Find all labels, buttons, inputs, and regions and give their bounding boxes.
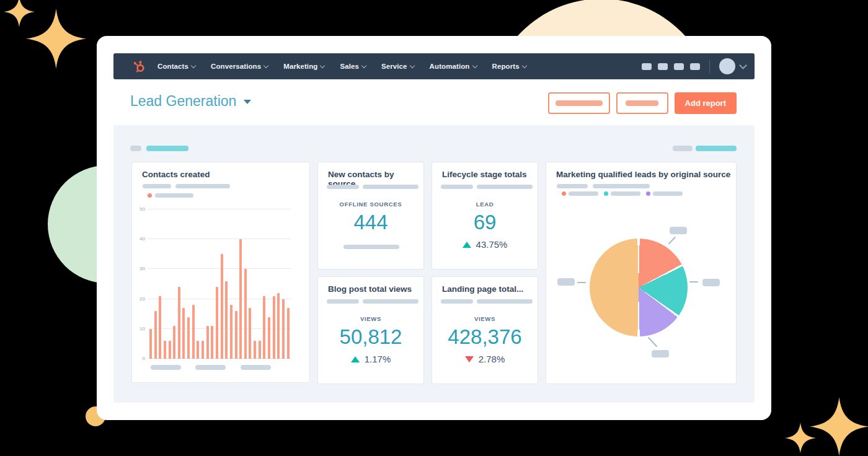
nav-item-label: Marketing (283, 63, 317, 70)
delta: 2.78% (432, 354, 538, 364)
bar (154, 311, 157, 359)
legend-label-placeholder (569, 191, 598, 196)
chevron-down-icon (409, 63, 414, 68)
x-axis-label-placeholder (241, 365, 271, 370)
bar-legend-dot (148, 193, 152, 198)
card-title: Blog post total views (328, 284, 412, 294)
bar (282, 299, 285, 359)
chevron-down-icon (264, 63, 268, 68)
metric-label: VIEWS (318, 315, 423, 322)
caret-down-icon (244, 100, 251, 108)
metric-label: VIEWS (432, 315, 538, 322)
pie-callout-placeholder (670, 227, 687, 234)
sparkle-icon (26, 9, 86, 69)
filter-placeholder (146, 146, 188, 151)
subtitle-placeholder (557, 184, 588, 188)
subtitle-placeholder (441, 299, 473, 304)
nav-item-automation[interactable]: Automation (430, 63, 477, 70)
nav-icon-placeholder[interactable] (658, 63, 668, 70)
delta-value: 1.17% (365, 354, 391, 364)
bar (239, 239, 242, 359)
metric-label: LEAD (432, 201, 538, 208)
card-title: Contacts created (142, 170, 210, 179)
chevron-down-icon (191, 63, 196, 68)
bar (273, 296, 275, 359)
subtitle-placeholder (477, 299, 533, 304)
bar (187, 317, 190, 359)
pie-chart (590, 239, 688, 336)
card-title: Marketing qualified leads by original so… (556, 170, 730, 179)
bar-chart-bars (149, 209, 290, 359)
card-title: Lifecycle stage totals (442, 170, 527, 179)
filter-placeholder (673, 146, 693, 151)
y-tick-label: 50 (140, 206, 145, 212)
subtitle-placeholder (441, 185, 473, 189)
header-buttons: Add report (548, 92, 737, 114)
y-tick-label: 20 (140, 296, 145, 302)
add-report-button[interactable]: Add report (675, 92, 737, 114)
nav-item-sales[interactable]: Sales (340, 63, 366, 70)
avatar[interactable] (719, 58, 735, 74)
pie-callout-placeholder (557, 278, 575, 286)
bar (192, 305, 195, 359)
chevron-down-icon (320, 63, 325, 68)
button-label-placeholder (626, 100, 658, 106)
bar (173, 326, 175, 359)
bar-chart: 01020304050 (148, 209, 291, 359)
nav-item-reports[interactable]: Reports (492, 63, 526, 70)
pie-callout-placeholder (702, 279, 720, 286)
legend-dot (562, 191, 566, 196)
metric-value: 428,376 (432, 325, 538, 349)
nav-divider (709, 59, 710, 73)
bar (221, 254, 223, 359)
nav-menu: ContactsConversationsMarketingSalesServi… (157, 63, 542, 70)
card-contacts-created: Contacts created 01020304050 (131, 162, 310, 383)
nav-item-label: Contacts (157, 63, 188, 70)
nav-item-service[interactable]: Service (381, 63, 414, 70)
subtitle-placeholder (143, 184, 171, 188)
subtitle-placeholder (593, 184, 650, 188)
nav-icon-placeholder[interactable] (690, 63, 700, 70)
subtitle-placeholder (327, 299, 359, 304)
bar (211, 326, 213, 359)
legend-dot (646, 191, 650, 196)
card-landing-views: Landing page total... VIEWS 428,376 2.78… (432, 276, 538, 384)
legend-item (562, 191, 598, 196)
metric-value: 69 (432, 211, 538, 234)
nav-item-label: Sales (340, 63, 359, 70)
page-title: Lead Generation (130, 93, 236, 110)
card-lifecycle: Lifecycle stage totals LEAD 69 43.75% (432, 162, 538, 270)
bar (178, 287, 180, 359)
bar (287, 308, 290, 359)
hubspot-logo-icon[interactable] (131, 58, 148, 75)
nav-item-label: Reports (492, 63, 520, 70)
metric-label: OFFLINE SOURCES (318, 201, 423, 208)
toolbar-button-placeholder-1[interactable] (548, 92, 610, 114)
card-blog-views: Blog post total views VIEWS 50,812 1.17% (317, 276, 424, 384)
nav-item-label: Automation (430, 63, 470, 70)
dashboard-title-dropdown[interactable]: Lead Generation (130, 93, 251, 110)
nav-item-contacts[interactable]: Contacts (157, 63, 195, 70)
toolbar-button-placeholder-2[interactable] (616, 92, 668, 114)
bar (268, 317, 270, 359)
nav-item-marketing[interactable]: Marketing (283, 63, 324, 70)
bar (225, 281, 228, 359)
top-nav: ContactsConversationsMarketingSalesServi… (113, 53, 755, 79)
nav-icon-placeholder[interactable] (642, 63, 652, 70)
card-new-contacts: New contacts by source OFFLINE SOURCES 4… (317, 162, 424, 270)
pie-callout-line (648, 337, 658, 348)
nav-item-label: Conversations (211, 63, 261, 70)
chevron-down-icon[interactable] (739, 61, 747, 69)
legend-label-placeholder (653, 191, 683, 196)
nav-icon-placeholder[interactable] (674, 63, 684, 70)
bar (263, 296, 265, 359)
bar (197, 341, 199, 359)
footer-placeholder (343, 245, 399, 249)
delta-up-icon (351, 356, 360, 362)
nav-item-conversations[interactable]: Conversations (211, 63, 268, 70)
bar (254, 341, 256, 359)
metric-value: 50,812 (318, 325, 423, 349)
bar (249, 308, 251, 359)
pie-callout-line (668, 237, 676, 245)
filter-placeholder (130, 146, 141, 151)
